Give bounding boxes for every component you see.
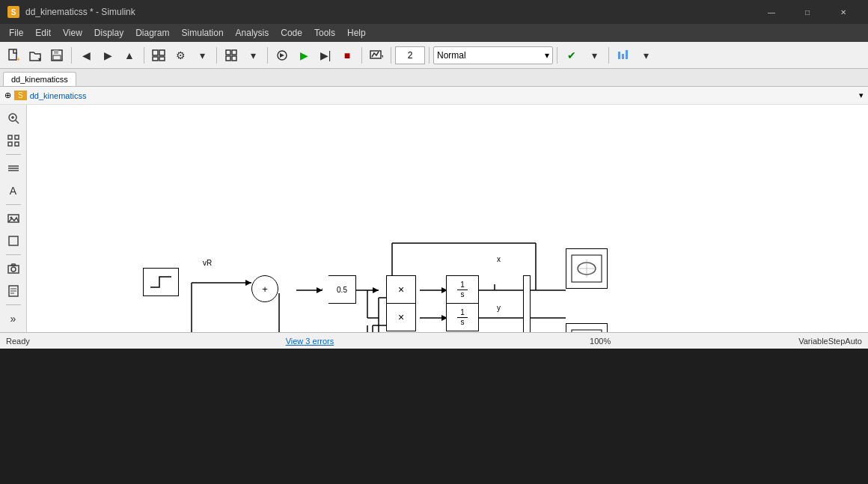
toolbox-sep1 <box>6 154 21 155</box>
mult2-block[interactable]: × <box>386 303 416 331</box>
sep2 <box>144 47 144 64</box>
svg-rect-14 <box>226 56 230 61</box>
svg-rect-29 <box>15 142 19 146</box>
window-title: dd_kinematicss * - Simulink <box>25 7 754 17</box>
run-check-button[interactable]: ✔ <box>561 45 582 66</box>
tab-dd-kinematicss[interactable]: dd_kinematicss <box>3 72 76 86</box>
breadcrumb-model-name[interactable]: dd_kinematicss <box>30 91 87 100</box>
svg-rect-9 <box>159 50 165 55</box>
camera-button[interactable] <box>3 258 24 279</box>
svg-rect-7 <box>53 55 61 60</box>
breadcrumb-home-button[interactable]: ⊕ <box>4 91 11 100</box>
menu-tools[interactable]: Tools <box>308 26 341 40</box>
library-button[interactable] <box>148 45 169 66</box>
window-controls: — □ ✕ <box>754 0 861 24</box>
expand-button[interactable]: » <box>3 308 24 329</box>
svg-rect-15 <box>232 56 236 61</box>
profile-dropdown[interactable]: ▾ <box>635 45 656 66</box>
sum1-block[interactable]: + <box>251 275 278 302</box>
vR-label: vR <box>203 259 212 267</box>
menu-help[interactable]: Help <box>341 26 372 40</box>
open-button[interactable]: ▾ <box>25 45 46 66</box>
report-button[interactable] <box>3 281 24 301</box>
canvas-area[interactable]: vR vL x y delta <box>27 105 868 332</box>
menu-simulation[interactable]: Simulation <box>176 26 230 40</box>
mult2-label: × <box>398 311 404 323</box>
sep1 <box>71 47 72 64</box>
stop-button[interactable]: ■ <box>337 45 358 66</box>
sep9 <box>608 47 609 64</box>
gain-05-block[interactable]: 0.5 <box>322 275 356 304</box>
settings-dropdown[interactable]: ▾ <box>192 45 213 66</box>
scope1-block[interactable] <box>566 248 608 289</box>
svg-marker-85 <box>373 287 379 293</box>
status-zoom: 100% <box>590 337 611 346</box>
text-button[interactable]: A <box>3 180 24 201</box>
menu-edit[interactable]: Edit <box>29 26 57 40</box>
mult1-block[interactable]: × <box>386 275 416 304</box>
status-solver: VariableStepAuto <box>798 337 862 346</box>
update-button[interactable] <box>272 45 293 66</box>
sep7 <box>429 47 430 64</box>
gain-05-label: 0.5 <box>337 286 347 294</box>
svg-rect-92 <box>572 330 602 332</box>
mux-block <box>523 275 531 332</box>
status-bar: Ready View 3 errors 100% VariableStepAut… <box>0 332 868 349</box>
svg-marker-83 <box>317 287 323 293</box>
title-bar: S dd_kinematicss * - Simulink — □ ✕ <box>0 0 868 24</box>
menu-code[interactable]: Code <box>275 26 308 40</box>
sim-mode-label: Normal <box>437 50 466 61</box>
settings-button[interactable]: ⚙ <box>170 45 191 66</box>
x-label: x <box>497 255 501 263</box>
svg-text:▾: ▾ <box>382 53 383 60</box>
port-button[interactable] <box>3 158 24 179</box>
simulation-mode-dropdown[interactable]: Normal ▾ <box>433 46 553 64</box>
tab-area: dd_kinematicss <box>0 69 868 87</box>
box-button[interactable] <box>3 230 24 251</box>
scope2-block[interactable] <box>566 323 608 332</box>
svg-marker-38 <box>11 264 16 266</box>
menu-file[interactable]: File <box>3 26 29 40</box>
toolbar: + ▾ ◀ ▶ ▲ ⚙ ▾ ▾ ▶ ▶| ■ <box>0 42 868 69</box>
tab-label: dd_kinematicss <box>11 75 68 84</box>
maximize-button[interactable]: □ <box>790 0 825 24</box>
svg-point-37 <box>11 267 16 272</box>
step-button[interactable]: ▶| <box>315 45 336 66</box>
fit-view-button[interactable] <box>3 130 24 151</box>
step1-block[interactable] <box>143 268 179 296</box>
model-icon: S <box>14 91 27 100</box>
menu-view[interactable]: View <box>57 26 88 40</box>
close-button[interactable]: ✕ <box>826 0 861 24</box>
forward-button[interactable]: ▶ <box>97 45 118 66</box>
zoom-in-button[interactable] <box>3 108 24 129</box>
scope-button[interactable]: ▾ <box>366 45 387 66</box>
new-button[interactable]: + <box>3 45 24 66</box>
menu-bar: File Edit View Display Diagram Simulatio… <box>0 24 868 42</box>
menu-diagram[interactable]: Diagram <box>129 26 175 40</box>
image-button[interactable] <box>3 208 24 229</box>
svg-rect-26 <box>8 135 12 139</box>
svg-marker-80 <box>245 280 251 286</box>
status-errors[interactable]: View 3 errors <box>286 337 334 346</box>
minimize-button[interactable]: — <box>754 0 789 24</box>
sim-time-input[interactable]: 2 <box>395 46 425 64</box>
svg-rect-8 <box>153 50 158 55</box>
blocks-dropdown[interactable]: ▾ <box>242 45 263 66</box>
menu-display[interactable]: Display <box>88 26 129 40</box>
mult1-label: × <box>398 284 404 295</box>
back-button[interactable]: ◀ <box>76 45 97 66</box>
run-check-dropdown[interactable]: ▾ <box>584 45 605 66</box>
int1-block[interactable]: 1 s <box>446 275 479 304</box>
int2-block[interactable]: 1 s <box>446 303 479 331</box>
svg-rect-19 <box>618 52 620 59</box>
menu-analysis[interactable]: Analysis <box>230 26 275 40</box>
run-button[interactable]: ▶ <box>293 45 314 66</box>
save-button[interactable] <box>46 45 67 66</box>
svg-rect-6 <box>54 50 58 54</box>
blocks-button[interactable] <box>221 45 242 66</box>
breadcrumb-dropdown[interactable]: ▾ <box>859 91 864 100</box>
profile-button[interactable] <box>613 45 634 66</box>
sep3 <box>216 47 217 64</box>
content-wrapper: ⊕ S dd_kinematicss ▾ A <box>0 87 868 332</box>
up-button[interactable]: ▲ <box>119 45 140 66</box>
